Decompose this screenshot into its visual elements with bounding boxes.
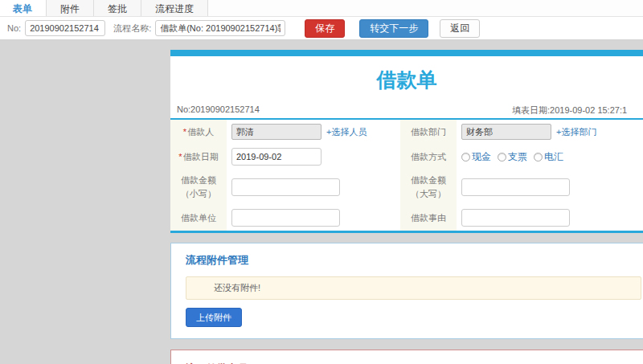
form-bottom-border: [170, 231, 643, 233]
loan-method-radio-group: 现金 支票 电汇: [461, 150, 643, 164]
table-row: *借款日期 借款方式 现金: [170, 144, 643, 170]
table-row: *借款人 +选择人员 借款部门 +选择部门: [170, 120, 643, 144]
tab-attachments[interactable]: 附件: [46, 0, 94, 16]
approval-card: 流程签批意见 B I abc ⚑: [170, 350, 643, 364]
department-input[interactable]: [461, 124, 551, 140]
select-department-link[interactable]: +选择部门: [556, 127, 596, 137]
form-title: 借款单: [170, 56, 643, 100]
process-name-input[interactable]: [155, 20, 285, 36]
radio-icon[interactable]: [498, 153, 506, 162]
radio-wire[interactable]: 电汇: [534, 150, 563, 164]
table-row: 借款单位 借款事由: [170, 205, 643, 231]
radio-icon[interactable]: [534, 153, 543, 162]
form-no: No:20190902152714: [177, 104, 260, 114]
next-step-button[interactable]: 转交下一步: [359, 19, 428, 38]
form-info-row: No:20190902152714 填表日期:2019-09-02 15:27:…: [170, 100, 643, 120]
no-input[interactable]: [25, 20, 105, 36]
amount-small-label: 借款金额（小写）: [170, 170, 227, 205]
tab-approval[interactable]: 签批: [93, 0, 141, 16]
loan-reason-input[interactable]: [461, 209, 570, 227]
table-row: 借款金额（小写） 借款金额（大写）: [170, 170, 643, 205]
radio-cash[interactable]: 现金: [461, 150, 491, 164]
tab-form[interactable]: 表单: [0, 0, 47, 16]
process-name-label: 流程名称:: [113, 22, 151, 35]
upload-attachment-button[interactable]: 上传附件: [186, 308, 242, 327]
borrower-label: *借款人: [170, 120, 227, 144]
loan-reason-label: 借款事由: [400, 205, 457, 231]
select-person-link[interactable]: +选择人员: [326, 127, 367, 137]
tab-progress[interactable]: 流程进度: [141, 0, 208, 16]
no-label: No:: [7, 23, 21, 33]
amount-big-label: 借款金额（大写）: [400, 170, 457, 205]
save-button[interactable]: 保存: [305, 19, 345, 38]
main-panel: 借款单 No:20190902152714 填表日期:2019-09-02 15…: [170, 50, 643, 364]
required-mark: *: [183, 127, 186, 137]
amount-big-input[interactable]: [461, 178, 570, 196]
amount-small-input[interactable]: [231, 178, 340, 196]
page: 表单 附件 签批 流程进度 No: 流程名称: 保存 转交下一步 返回 借款单 …: [0, 0, 643, 364]
command-toolbar: No: 流程名称: 保存 转交下一步 返回: [0, 17, 643, 40]
loan-unit-label: 借款单位: [170, 205, 227, 231]
form-table: *借款人 +选择人员 借款部门 +选择部门 *借款日期: [170, 120, 643, 231]
borrower-input[interactable]: [231, 124, 322, 140]
required-mark: *: [178, 152, 182, 162]
radio-icon[interactable]: [461, 153, 470, 162]
header: 表单 附件 签批 流程进度 No: 流程名称: 保存 转交下一步 返回: [0, 0, 643, 40]
department-label: 借款部门: [400, 120, 457, 144]
radio-check[interactable]: 支票: [498, 150, 527, 164]
loan-form-card: 借款单 No:20190902152714 填表日期:2019-09-02 15…: [170, 50, 643, 233]
form-date: 填表日期:2019-09-02 15:27:1: [512, 104, 627, 117]
loan-date-label: *借款日期: [170, 144, 227, 170]
loan-method-label: 借款方式: [400, 144, 457, 170]
back-button[interactable]: 返回: [440, 19, 480, 38]
no-attachments-alert: 还没有附件!: [186, 276, 641, 300]
loan-date-input[interactable]: [231, 148, 322, 166]
attachments-heading: 流程附件管理: [186, 253, 643, 268]
loan-unit-input[interactable]: [231, 209, 340, 227]
attachments-card: 流程附件管理 还没有附件! 上传附件: [170, 243, 643, 339]
tab-bar: 表单 附件 签批 流程进度: [0, 0, 643, 17]
